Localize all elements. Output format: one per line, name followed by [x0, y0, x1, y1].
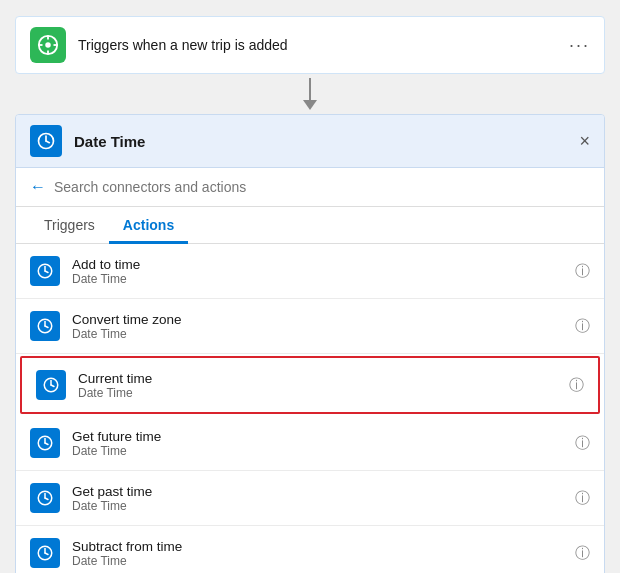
tab-actions[interactable]: Actions — [109, 207, 188, 244]
search-bar: ← — [16, 168, 604, 207]
svg-line-20 — [45, 443, 48, 445]
svg-line-23 — [45, 498, 48, 500]
svg-line-26 — [45, 553, 48, 555]
info-icon-add-to-time[interactable]: ⓘ — [575, 262, 590, 281]
svg-line-8 — [46, 141, 49, 143]
action-icon-get-past-time — [30, 483, 60, 513]
action-item-get-past-time[interactable]: Get past time Date Time ⓘ — [16, 471, 604, 526]
outer-container: Triggers when a new trip is added ··· Da… — [15, 16, 605, 573]
back-button[interactable]: ← — [30, 178, 46, 196]
svg-line-14 — [45, 326, 48, 328]
trigger-block: Triggers when a new trip is added ··· — [15, 16, 605, 74]
tabs-row: Triggers Actions — [16, 207, 604, 244]
arrow-head — [303, 100, 317, 110]
action-item-subtract-from-time[interactable]: Subtract from time Date Time ⓘ — [16, 526, 604, 573]
action-icon-current-time — [36, 370, 66, 400]
action-item-get-future-time[interactable]: Get future time Date Time ⓘ — [16, 416, 604, 471]
datetime-title: Date Time — [74, 133, 567, 150]
action-item-add-to-time[interactable]: Add to time Date Time ⓘ — [16, 244, 604, 299]
info-icon-get-future-time[interactable]: ⓘ — [575, 434, 590, 453]
svg-line-11 — [45, 271, 48, 273]
action-item-current-time[interactable]: Current time Date Time ⓘ — [20, 356, 600, 414]
info-icon-current-time[interactable]: ⓘ — [569, 376, 584, 395]
action-text-current-time: Current time Date Time — [78, 371, 569, 400]
info-icon-get-past-time[interactable]: ⓘ — [575, 489, 590, 508]
trigger-icon — [30, 27, 66, 63]
datetime-icon — [30, 125, 62, 157]
tab-triggers[interactable]: Triggers — [30, 207, 109, 244]
info-icon-subtract-from-time[interactable]: ⓘ — [575, 544, 590, 563]
datetime-panel: Date Time × ← Triggers Actions — [15, 114, 605, 573]
info-icon-convert-time-zone[interactable]: ⓘ — [575, 317, 590, 336]
action-text-get-past-time: Get past time Date Time — [72, 484, 575, 513]
action-text-convert-time-zone: Convert time zone Date Time — [72, 312, 575, 341]
action-text-subtract-from-time: Subtract from time Date Time — [72, 539, 575, 568]
close-button[interactable]: × — [579, 132, 590, 150]
action-item-convert-time-zone[interactable]: Convert time zone Date Time ⓘ — [16, 299, 604, 354]
action-text-add-to-time: Add to time Date Time — [72, 257, 575, 286]
svg-point-5 — [45, 42, 51, 48]
action-icon-get-future-time — [30, 428, 60, 458]
trigger-text: Triggers when a new trip is added — [78, 37, 557, 53]
action-icon-subtract-from-time — [30, 538, 60, 568]
trigger-more-button[interactable]: ··· — [569, 35, 590, 56]
datetime-header: Date Time × — [16, 115, 604, 168]
action-text-get-future-time: Get future time Date Time — [72, 429, 575, 458]
action-icon-convert-time-zone — [30, 311, 60, 341]
actions-list: Add to time Date Time ⓘ Convert time zon… — [16, 244, 604, 573]
svg-line-17 — [51, 385, 54, 387]
arrow-line — [309, 78, 311, 100]
search-input[interactable] — [54, 179, 590, 195]
action-icon-add-to-time — [30, 256, 60, 286]
flow-arrow — [303, 78, 317, 110]
